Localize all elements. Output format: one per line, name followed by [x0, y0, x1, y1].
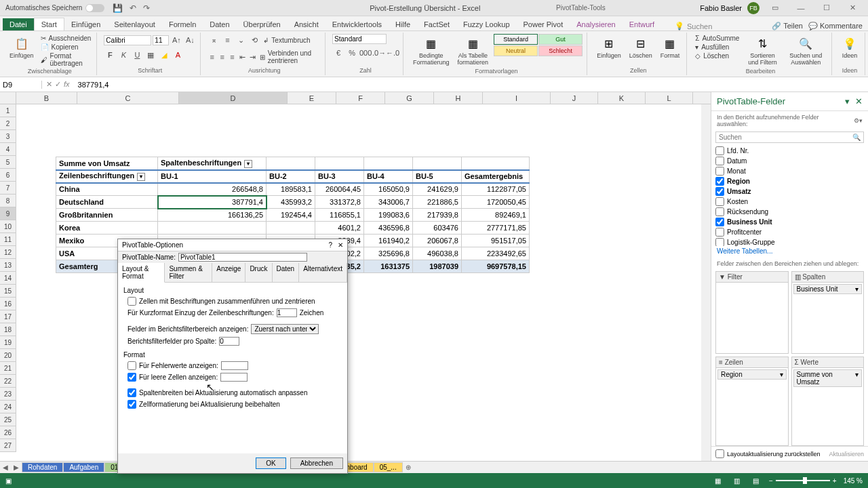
formula-input[interactable]: 387791,4 — [74, 81, 868, 89]
row-head-15[interactable]: 15 — [0, 285, 16, 298]
tab-einfuegen[interactable]: Einfügen — [64, 18, 107, 30]
field-checkbox[interactable] — [715, 197, 724, 206]
error-value-checkbox[interactable] — [127, 361, 136, 370]
field-list[interactable]: Lfd. Nr.DatumMonatRegionUmsatzKostenRück… — [711, 144, 868, 246]
pivot-cell[interactable]: 496038,8 — [413, 247, 462, 260]
tab-nav-prev-icon[interactable]: ◀ — [0, 464, 11, 471]
field-checkbox[interactable] — [715, 187, 724, 196]
ribbon-options-icon[interactable]: ▭ — [765, 3, 785, 12]
row-head-14[interactable]: 14 — [0, 272, 16, 285]
col-head-f[interactable]: F — [336, 92, 385, 104]
row-head-13[interactable]: 13 — [0, 259, 16, 272]
minimize-icon[interactable]: — — [791, 4, 811, 12]
row-head-8[interactable]: 8 — [0, 195, 16, 207]
field-item[interactable]: Kosten — [715, 197, 864, 207]
normal-view-icon[interactable]: ▦ — [712, 477, 724, 485]
pivot-cell[interactable]: 892469,1 — [462, 209, 530, 222]
indent-inc-icon[interactable]: ⇥ — [248, 51, 257, 63]
cancel-button[interactable]: Abbrechen — [290, 458, 343, 469]
pivot-cell[interactable]: 266548,8 — [158, 183, 267, 196]
spreadsheet-grid[interactable]: B C D E F G H I J K L 123456789101112131… — [0, 92, 711, 461]
pivot-cell[interactable]: 165050,9 — [364, 183, 413, 196]
ok-button[interactable]: OK — [256, 458, 285, 469]
row-head-3[interactable]: 3 — [0, 130, 16, 143]
pivot-cell[interactable]: 2233492,65 — [462, 247, 530, 260]
dtab-totals[interactable]: Summen & Filter — [165, 263, 212, 282]
page-break-view-icon[interactable]: ▤ — [750, 477, 762, 485]
undo-icon[interactable]: ↶ — [130, 3, 136, 13]
align-left-icon[interactable]: ≡ — [208, 51, 216, 63]
col-head-c[interactable]: C — [77, 92, 179, 104]
pivot-cell[interactable]: 217939,8 — [413, 209, 462, 222]
pivot-row-label[interactable]: China — [56, 183, 158, 196]
style-schlecht[interactable]: Schlecht — [538, 45, 583, 56]
update-button[interactable]: Aktualisieren — [829, 451, 864, 458]
wrap-text-button[interactable]: ↲ Textumbruch — [262, 36, 311, 45]
pivot-cell[interactable]: 206067,8 — [413, 235, 462, 247]
style-gut[interactable]: Gut — [538, 34, 583, 45]
pivot-cell[interactable]: 435993,2 — [267, 196, 315, 209]
align-bot-icon[interactable]: ⌄ — [235, 34, 247, 46]
find-select-button[interactable]: 🔍Suchen und Auswählen — [785, 34, 827, 68]
fx-icon[interactable]: fx — [64, 80, 70, 89]
align-mid-icon[interactable]: ≡ — [221, 34, 233, 46]
page-layout-view-icon[interactable]: ▥ — [731, 477, 743, 485]
row-head-20[interactable]: 20 — [0, 349, 16, 362]
field-item[interactable]: Logistik-Gruppe — [715, 237, 864, 246]
style-neutral[interactable]: Neutral — [494, 45, 538, 56]
row-head-6[interactable]: 6 — [0, 169, 16, 182]
zoom-level[interactable]: 145 % — [844, 477, 863, 485]
search-icon[interactable]: 🔍 — [852, 134, 861, 141]
row-head-7[interactable]: 7 — [0, 182, 16, 195]
tab-hilfe[interactable]: Hilfe — [389, 18, 417, 30]
save-icon[interactable]: 💾 — [113, 3, 123, 13]
row-head-9[interactable]: 9 — [0, 207, 16, 220]
pivot-cell[interactable]: 241629,9 — [413, 183, 462, 196]
row-head-27[interactable]: 27 — [0, 439, 16, 452]
row-filter-dropdown[interactable]: ▾ — [137, 173, 145, 181]
tab-nav-next-icon[interactable]: ▶ — [11, 464, 22, 471]
field-item[interactable]: Region — [715, 176, 864, 186]
filter-cols-spinner[interactable] — [219, 337, 239, 346]
font-color-icon[interactable]: A — [172, 49, 184, 61]
col-head-d[interactable]: D — [179, 92, 288, 104]
dialog-close-icon[interactable]: ✕ — [338, 241, 343, 249]
row-head-2[interactable]: 2 — [0, 117, 16, 130]
field-item[interactable]: Rücksendung — [715, 207, 864, 217]
pivot-cell[interactable] — [158, 222, 267, 235]
share-button[interactable]: 🔗 Teilen — [772, 22, 803, 30]
pivot-row-label[interactable]: Deutschland — [56, 196, 158, 209]
pivot-cell[interactable] — [267, 222, 315, 235]
border-icon[interactable]: ▦ — [144, 49, 157, 61]
row-head-4[interactable]: 4 — [0, 143, 16, 156]
pivot-row-label[interactable]: Großbritannien — [56, 209, 158, 222]
pivot-cell[interactable]: 166136,25 — [158, 209, 267, 222]
empty-cells-input[interactable] — [220, 373, 248, 382]
format-cells-button[interactable]: ▦Format — [658, 34, 683, 61]
pivot-cell[interactable]: 603476 — [413, 222, 462, 235]
fill-color-icon[interactable]: ◢ — [158, 49, 170, 61]
field-item[interactable]: Lfd. Nr. — [715, 146, 864, 156]
field-item[interactable]: Monat — [715, 166, 864, 176]
sort-filter-button[interactable]: ⇅Sortieren und Filtern — [743, 34, 781, 68]
field-item[interactable]: Profitcenter — [715, 227, 864, 237]
pivot-cell[interactable]: 221886,5 — [413, 196, 462, 209]
pivot-cell[interactable]: 951517,05 — [462, 235, 530, 247]
row-head-18[interactable]: 18 — [0, 323, 16, 336]
copy-button[interactable]: 📄 Kopieren — [39, 43, 93, 52]
redo-icon[interactable]: ↷ — [143, 3, 150, 13]
field-checkbox[interactable] — [715, 177, 724, 186]
field-checkbox[interactable] — [715, 157, 724, 165]
zoom-slider[interactable]: − + — [769, 477, 837, 485]
pivot-cell[interactable]: 436596,8 — [364, 222, 413, 235]
currency-icon[interactable]: € — [332, 47, 344, 59]
insert-cells-button[interactable]: ⊞Einfügen — [594, 34, 624, 61]
row-head-11[interactable]: 11 — [0, 233, 16, 246]
row-head-23[interactable]: 23 — [0, 388, 16, 401]
field-item[interactable]: Business Unit — [715, 217, 864, 227]
autosave-switch[interactable] — [85, 4, 104, 12]
fx-cancel-icon[interactable]: ✕ — [46, 80, 52, 89]
row-head-17[interactable]: 17 — [0, 310, 16, 323]
merge-button[interactable]: ⊞ Verbinden und zentrieren — [258, 49, 321, 65]
field-item[interactable]: Datum — [715, 156, 864, 166]
